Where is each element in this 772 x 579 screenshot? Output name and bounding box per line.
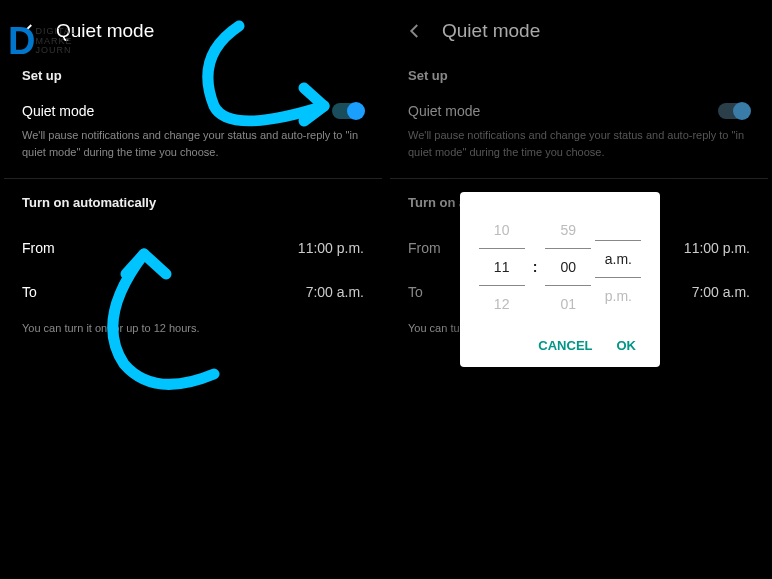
quiet-mode-toggle[interactable] <box>332 103 364 119</box>
ok-button[interactable]: OK <box>617 338 637 353</box>
dialog-buttons: CANCEL OK <box>474 322 646 359</box>
ampm-next[interactable]: p.m. <box>595 278 641 314</box>
quiet-mode-row[interactable]: Quiet mode <box>22 99 364 127</box>
from-row[interactable]: From 11:00 p.m. <box>22 226 364 270</box>
minute-column[interactable]: 59 00 01 <box>545 212 591 322</box>
ampm-selected[interactable]: a.m. <box>595 240 641 278</box>
to-label: To <box>22 284 37 300</box>
page-title: Quiet mode <box>56 20 154 42</box>
auto-heading: Turn on automatically <box>22 195 364 210</box>
time-colon: : <box>529 259 542 275</box>
setup-section: Set up Quiet mode We'll pause notificati… <box>4 68 382 178</box>
setup-heading: Set up <box>22 68 364 83</box>
auto-section: Turn on automatically From 11:00 p.m. To… <box>4 195 382 342</box>
from-label: From <box>22 240 55 256</box>
quiet-mode-label: Quiet mode <box>22 103 94 119</box>
phone-right: Quiet mode Set up Quiet mode We'll pause… <box>390 4 768 575</box>
minute-selected[interactable]: 00 <box>545 248 591 286</box>
header: Quiet mode <box>4 4 382 52</box>
hours-hint: You can turn it on for up to 12 hours. <box>22 314 364 342</box>
ampm-prev[interactable] <box>595 220 641 240</box>
ampm-column[interactable]: a.m. p.m. <box>595 220 641 314</box>
from-value: 11:00 p.m. <box>298 240 364 256</box>
hour-prev[interactable]: 10 <box>479 212 525 248</box>
cancel-button[interactable]: CANCEL <box>538 338 592 353</box>
picker-columns: 10 11 12 : 59 00 01 a.m. p.m. <box>474 212 646 322</box>
minute-next[interactable]: 01 <box>545 286 591 322</box>
dialog-backdrop[interactable]: 10 11 12 : 59 00 01 a.m. p.m. CANCEL <box>390 4 768 575</box>
minute-prev[interactable]: 59 <box>545 212 591 248</box>
quiet-mode-description: We'll pause notifications and change you… <box>22 127 364 178</box>
hour-selected[interactable]: 11 <box>479 248 525 286</box>
hour-next[interactable]: 12 <box>479 286 525 322</box>
back-arrow-icon[interactable] <box>20 22 38 40</box>
phone-left: Quiet mode Set up Quiet mode We'll pause… <box>4 4 382 575</box>
time-picker-dialog: 10 11 12 : 59 00 01 a.m. p.m. CANCEL <box>460 192 660 367</box>
hour-column[interactable]: 10 11 12 <box>479 212 525 322</box>
to-row[interactable]: To 7:00 a.m. <box>22 270 364 314</box>
divider <box>4 178 382 179</box>
to-value: 7:00 a.m. <box>306 284 364 300</box>
